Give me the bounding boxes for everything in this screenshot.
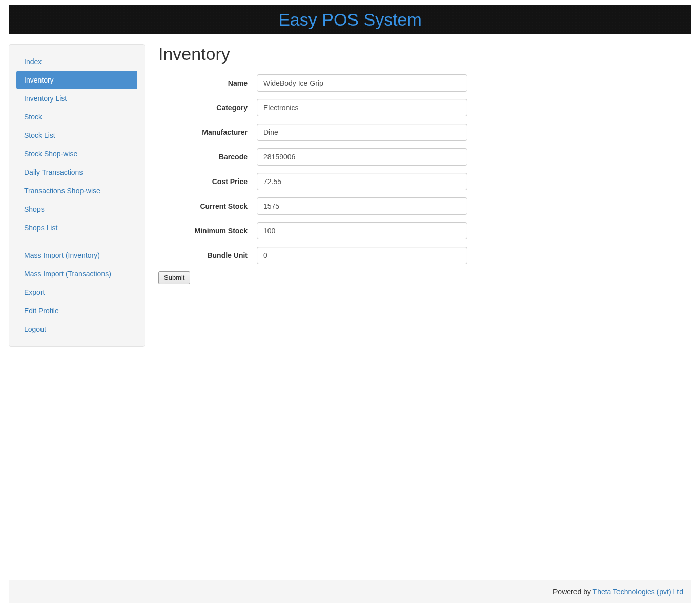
sidebar-item-inventory-list[interactable]: Inventory List (16, 89, 137, 108)
sidebar-item-mass-import-transactions[interactable]: Mass Import (Transactions) (16, 265, 137, 283)
input-manufacturer[interactable] (257, 124, 467, 141)
input-name[interactable] (257, 74, 467, 92)
main-content: Inventory Name Category Manufacturer Bar… (158, 44, 691, 284)
sidebar-item-mass-import-inventory[interactable]: Mass Import (Inventory) (16, 246, 137, 265)
sidebar-item-stock[interactable]: Stock (16, 108, 137, 126)
sidebar-group-tools: Mass Import (Inventory) Mass Import (Tra… (16, 246, 137, 338)
sidebar-item-stock-shopwise[interactable]: Stock Shop-wise (16, 145, 137, 163)
sidebar-item-shops-list[interactable]: Shops List (16, 218, 137, 237)
label-minimum-stock: Minimum Stock (158, 227, 257, 235)
label-barcode: Barcode (158, 153, 257, 161)
sidebar-item-transactions-shopwise[interactable]: Transactions Shop-wise (16, 182, 137, 200)
label-manufacturer: Manufacturer (158, 128, 257, 136)
label-cost-price: Cost Price (158, 177, 257, 186)
input-current-stock[interactable] (257, 197, 467, 215)
sidebar: Index Inventory Inventory List Stock Sto… (9, 44, 145, 347)
sidebar-item-shops[interactable]: Shops (16, 200, 137, 218)
sidebar-item-logout[interactable]: Logout (16, 320, 137, 338)
sidebar-item-stock-list[interactable]: Stock List (16, 126, 137, 145)
label-bundle-unit: Bundle Unit (158, 251, 257, 259)
label-current-stock: Current Stock (158, 202, 257, 210)
sidebar-item-daily-transactions[interactable]: Daily Transactions (16, 163, 137, 182)
app-title: Easy POS System (278, 10, 422, 30)
page-title: Inventory (158, 44, 691, 64)
input-category[interactable] (257, 99, 467, 116)
label-category: Category (158, 104, 257, 112)
sidebar-item-export[interactable]: Export (16, 283, 137, 302)
sidebar-item-index[interactable]: Index (16, 52, 137, 71)
footer-prefix: Powered by (553, 588, 593, 596)
label-name: Name (158, 79, 257, 87)
footer: Powered by Theta Technologies (pvt) Ltd (9, 580, 691, 603)
inventory-form: Name Category Manufacturer Barcode Cost … (158, 74, 691, 284)
sidebar-item-inventory[interactable]: Inventory (16, 71, 137, 89)
input-cost-price[interactable] (257, 173, 467, 190)
input-barcode[interactable] (257, 148, 467, 166)
footer-link[interactable]: Theta Technologies (pvt) Ltd (593, 588, 683, 596)
sidebar-item-edit-profile[interactable]: Edit Profile (16, 302, 137, 320)
app-header: Easy POS System (9, 5, 691, 34)
sidebar-group-main: Index Inventory Inventory List Stock Sto… (16, 52, 137, 237)
submit-button[interactable]: Submit (158, 271, 190, 284)
input-bundle-unit[interactable] (257, 247, 467, 264)
input-minimum-stock[interactable] (257, 222, 467, 239)
